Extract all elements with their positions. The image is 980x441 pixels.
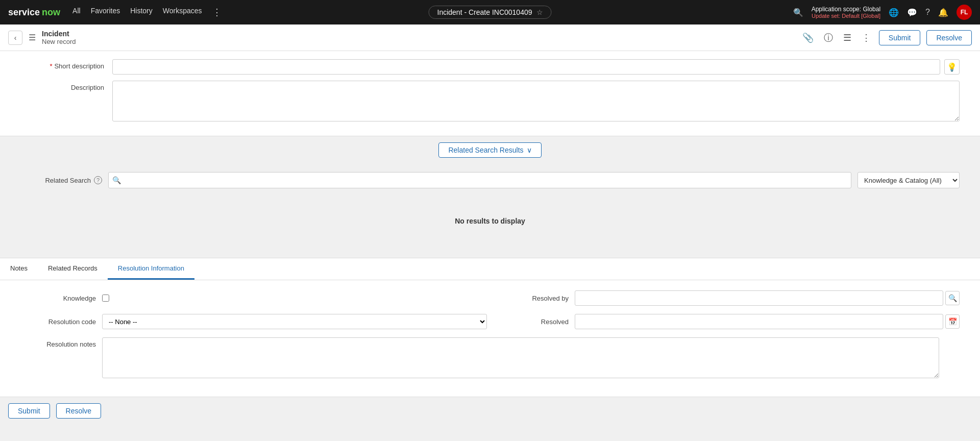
tabs-section: Notes Related Records Resolution Informa… [0, 258, 980, 397]
avatar[interactable]: FL [957, 5, 972, 20]
more-options-icon[interactable]: ⋮ [860, 30, 873, 45]
resolution-notes-field: Resolution notes [20, 337, 960, 378]
related-search-input[interactable] [108, 172, 851, 188]
related-search-help-icon[interactable]: ? [94, 176, 102, 184]
short-description-input[interactable] [112, 59, 940, 75]
resolved-date-field: Resolved 📅 [493, 314, 960, 329]
tab-resolution-information[interactable]: Resolution Information [108, 258, 194, 280]
chevron-down-icon: ∨ [527, 146, 532, 154]
record-type: Incident [42, 30, 76, 38]
logo-service: service [8, 7, 40, 18]
bottom-bar: Submit Resolve [0, 397, 980, 425]
resolution-code-field: Resolution code -- None -- Solved (Work … [20, 314, 487, 329]
submit-button[interactable]: Submit [879, 30, 921, 45]
scope-update: Update set: Default [Global] [812, 13, 880, 19]
resolution-code-label: Resolution code [20, 318, 102, 326]
app-scope: Application scope: Global Update set: De… [812, 6, 880, 19]
resolved-by-search-icon[interactable]: 🔍 [945, 291, 960, 305]
chat-icon[interactable]: 💬 [907, 8, 917, 17]
resolved-label: Resolved [493, 318, 575, 326]
nav-workspaces[interactable]: Workspaces [163, 7, 202, 18]
description-textarea[interactable] [112, 81, 960, 121]
bell-icon[interactable]: 🔔 [938, 8, 948, 17]
scope-title: Application scope: Global [812, 6, 880, 13]
resolution-information-content: Knowledge Resolved by 🔍 Resolution code [0, 280, 980, 397]
form-section: *Short description 💡 Description [0, 51, 980, 136]
resolved-date-input[interactable] [575, 314, 943, 329]
help-icon[interactable]: ? [925, 8, 930, 17]
tabs-header: Notes Related Records Resolution Informa… [0, 258, 980, 280]
related-search-banner: Related Search Results ∨ [0, 136, 980, 164]
calendar-icon[interactable]: 📅 [945, 314, 960, 329]
help-circle-icon[interactable]: ⓘ [822, 30, 835, 46]
back-button[interactable]: ‹ [8, 31, 22, 45]
hamburger-icon[interactable]: ☰ [29, 33, 36, 42]
short-description-row: *Short description 💡 [20, 59, 960, 75]
record-status: New record [42, 38, 76, 45]
lightbulb-button[interactable]: 💡 [944, 59, 960, 75]
globe-icon[interactable]: 🌐 [889, 8, 899, 17]
nav-links: All Favorites History Workspaces ⋮ [72, 7, 221, 18]
nav-favorites[interactable]: Favorites [91, 7, 120, 18]
nav-right: 🔍 Application scope: Global Update set: … [793, 5, 972, 20]
knowledge-checkbox[interactable] [102, 295, 109, 302]
short-description-label: *Short description [20, 59, 112, 70]
res-row-2: Resolution code -- None -- Solved (Work … [20, 314, 960, 329]
bottom-submit-button[interactable]: Submit [8, 403, 50, 419]
res-row-1: Knowledge Resolved by 🔍 [20, 290, 960, 306]
nav-history[interactable]: History [130, 7, 153, 18]
catalog-select[interactable]: Knowledge & Catalog (All) Knowledge Cata… [857, 172, 960, 188]
resolve-button[interactable]: Resolve [926, 30, 972, 45]
main-content: *Short description 💡 Description Related… [0, 51, 980, 441]
top-navigation: servicenow All Favorites History Workspa… [0, 0, 980, 24]
resolution-notes-label: Resolution notes [20, 337, 102, 348]
related-search-area: Related Search ? 🔍 Knowledge & Catalog (… [0, 164, 980, 258]
knowledge-checkbox-wrapper [102, 295, 487, 302]
description-label: Description [20, 81, 112, 91]
related-search-label: Related Search ? [20, 176, 102, 184]
resolved-by-input-wrapper: 🔍 [575, 290, 960, 306]
back-icon: ‹ [14, 34, 17, 42]
sub-header: ‹ ☰ Incident New record 📎 ⓘ ☰ ⋮ Submit R… [0, 24, 980, 51]
resolved-by-label: Resolved by [493, 295, 575, 302]
bottom-resolve-button[interactable]: Resolve [56, 403, 102, 419]
nav-all[interactable]: All [72, 7, 81, 18]
servicenow-logo[interactable]: servicenow [8, 7, 60, 18]
settings-sliders-icon[interactable]: ☰ [841, 30, 853, 45]
resolution-notes-textarea[interactable] [102, 337, 939, 378]
resolved-by-field: Resolved by 🔍 [493, 290, 960, 306]
search-icon[interactable]: 🔍 [793, 8, 803, 17]
resolution-code-select[interactable]: -- None -- Solved (Work Around) Solved (… [102, 314, 487, 329]
favorite-star-icon[interactable]: ☆ [536, 8, 543, 16]
knowledge-label: Knowledge [20, 295, 102, 302]
required-star: * [50, 62, 52, 70]
related-search-toggle-label: Related Search Results [448, 146, 523, 154]
nav-more-icon[interactable]: ⋮ [212, 7, 222, 18]
sub-header-actions: 📎 ⓘ ☰ ⋮ Submit Resolve [800, 30, 972, 46]
incident-badge[interactable]: Incident - Create INC0010409 ☆ [429, 6, 552, 19]
record-info: Incident New record [42, 30, 76, 45]
tab-notes[interactable]: Notes [0, 258, 38, 280]
incident-badge-title: Incident - Create INC0010409 [437, 8, 532, 16]
resolved-by-input[interactable] [575, 290, 943, 306]
description-row: Description [20, 81, 960, 121]
search-input-wrapper: 🔍 [108, 172, 851, 188]
related-search-toggle-button[interactable]: Related Search Results ∨ [438, 142, 541, 158]
tab-related-records[interactable]: Related Records [38, 258, 108, 280]
logo-now: now [42, 7, 60, 18]
attachment-icon[interactable]: 📎 [800, 30, 816, 45]
knowledge-field: Knowledge [20, 295, 487, 302]
related-search-row: Related Search ? 🔍 Knowledge & Catalog (… [20, 172, 960, 188]
search-magnify-icon: 🔍 [112, 176, 121, 184]
no-results-text: No results to display [20, 197, 960, 246]
resolved-date-input-wrapper: 📅 [575, 314, 960, 329]
res-row-3: Resolution notes [20, 337, 960, 378]
